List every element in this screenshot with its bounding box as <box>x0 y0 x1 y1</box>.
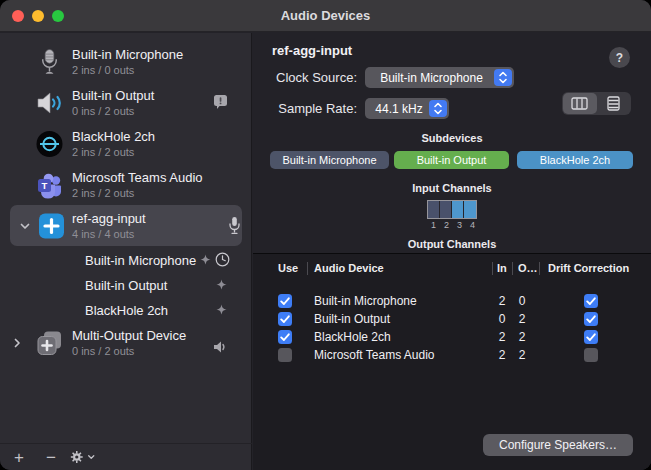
drift-checkbox[interactable] <box>584 294 598 308</box>
device-channels: 0 ins / 2 outs <box>72 104 154 118</box>
microphone-input-icon <box>228 216 241 235</box>
use-checkbox[interactable] <box>278 330 292 344</box>
traffic-lights <box>12 10 64 22</box>
subdevice-pill-built-in-output[interactable]: Built-in Output <box>394 151 509 169</box>
device-channels: 4 ins / 4 outs <box>72 227 146 241</box>
sample-rate-popup[interactable]: 44.1 kHz <box>365 98 449 119</box>
channel-cell-4 <box>464 201 476 218</box>
row-device-name: BlackHole 2ch <box>314 330 391 344</box>
blackhole-device-icon <box>36 130 63 157</box>
close-button[interactable] <box>12 10 24 22</box>
col-use: Use <box>278 262 298 274</box>
channel-cell-1 <box>428 201 440 218</box>
microphone-device-icon <box>36 48 63 75</box>
table-row[interactable]: Built-in Output 0 2 <box>253 310 651 328</box>
channel-cell-2 <box>440 201 452 218</box>
column-divider <box>492 262 493 275</box>
device-sidebar: Built-in Microphone 2 ins / 0 outs Built… <box>0 33 252 470</box>
channel-number: 2 <box>440 220 453 230</box>
sidebar-item-built-in-microphone[interactable]: Built-in Microphone 2 ins / 0 outs <box>0 41 252 82</box>
row-in-count: 2 <box>493 294 511 308</box>
device-name: Multi-Output Device <box>72 327 186 344</box>
help-button[interactable]: ? <box>609 47 630 68</box>
subdevice-pill-built-in-microphone[interactable]: Built-in Microphone <box>270 151 389 169</box>
row-device-name: Built-in Output <box>314 312 390 326</box>
device-name: Microsoft Teams Audio <box>72 169 203 186</box>
table-row[interactable]: BlackHole 2ch 2 2 <box>253 328 651 346</box>
use-checkbox[interactable] <box>278 348 292 362</box>
clock-source-popup[interactable]: Built-in Microphone <box>365 67 514 88</box>
speaker-device-icon <box>36 89 63 116</box>
subdevice-name: Built-in Microphone <box>85 252 196 267</box>
subdevice-row-blackhole-2ch[interactable]: BlackHole 2ch <box>0 297 252 322</box>
channel-cell-3 <box>452 201 464 218</box>
columns-view-button[interactable] <box>563 93 597 114</box>
device-name: Built-in Output <box>72 87 154 104</box>
device-name: BlackHole 2ch <box>72 128 155 145</box>
table-row[interactable]: Microsoft Teams Audio 2 2 <box>253 346 651 364</box>
alert-bubble-icon <box>213 94 228 111</box>
drift-checkbox[interactable] <box>584 348 598 362</box>
chevron-down-icon <box>87 452 95 462</box>
minimize-button[interactable] <box>32 10 44 22</box>
configure-speakers-button[interactable]: Configure Speakers… <box>483 434 633 456</box>
use-checkbox[interactable] <box>278 312 292 326</box>
row-device-name: Built-in Microphone <box>314 294 417 308</box>
sidebar-item-microsoft-teams-audio[interactable]: T Microsoft Teams Audio 2 ins / 2 outs <box>0 164 252 205</box>
zoom-button[interactable] <box>52 10 64 22</box>
remove-device-button[interactable]: − <box>40 449 62 466</box>
device-name: ref-agg-input <box>72 210 146 227</box>
input-channels-heading: Input Channels <box>253 182 651 194</box>
gear-icon <box>70 449 84 465</box>
sidebar-item-blackhole-2ch[interactable]: BlackHole 2ch 2 ins / 2 outs <box>0 123 252 164</box>
row-out-count: 0 <box>513 294 531 308</box>
row-out-count: 2 <box>513 348 531 362</box>
subdevices-heading: Subdevices <box>253 132 651 144</box>
titlebar: Audio Devices <box>0 0 651 32</box>
subdevice-pill-blackhole-2ch[interactable]: BlackHole 2ch <box>517 151 633 169</box>
subdevice-name: BlackHole 2ch <box>85 302 168 317</box>
drift-spark-icon <box>215 303 228 316</box>
clock-source-icon <box>215 252 230 267</box>
drift-checkbox[interactable] <box>584 312 598 326</box>
channel-number: 3 <box>453 220 466 230</box>
chevron-down-icon[interactable] <box>18 219 32 233</box>
subdevice-name: Built-in Output <box>85 277 167 292</box>
device-channels: 2 ins / 2 outs <box>72 145 155 159</box>
col-out: O… <box>518 262 538 274</box>
table-row[interactable]: Built-in Microphone 2 0 <box>253 292 651 310</box>
row-device-name: Microsoft Teams Audio <box>314 348 435 362</box>
drift-spark-icon <box>199 253 212 266</box>
clock-source-value: Built-in Microphone <box>365 71 494 85</box>
sidebar-toolbar: + − <box>0 443 252 470</box>
chevron-right-icon[interactable] <box>10 336 24 350</box>
teams-device-icon: T <box>36 171 63 198</box>
column-divider <box>512 262 513 275</box>
drift-spark-icon <box>215 278 228 291</box>
list-view-button[interactable] <box>597 93 631 114</box>
subdevice-row-built-in-microphone[interactable]: Built-in Microphone <box>0 247 252 272</box>
column-divider <box>539 262 540 275</box>
add-device-button[interactable]: + <box>8 449 30 466</box>
sample-rate-value: 44.1 kHz <box>365 102 429 116</box>
channel-number: 1 <box>427 220 440 230</box>
list-view-icon <box>607 96 620 111</box>
popup-chevrons-icon <box>429 100 447 117</box>
page-title: ref-agg-input <box>272 43 352 58</box>
row-out-count: 2 <box>513 312 531 326</box>
device-channels: 2 ins / 2 outs <box>72 186 203 200</box>
gear-menu-button[interactable] <box>70 449 96 465</box>
subdevice-row-built-in-output[interactable]: Built-in Output <box>0 272 252 297</box>
output-channels-heading: Output Channels <box>253 238 651 250</box>
col-in: In <box>497 262 507 274</box>
row-in-count: 2 <box>493 330 511 344</box>
use-checkbox[interactable] <box>278 294 292 308</box>
sidebar-item-multi-output-device[interactable]: Multi-Output Device 0 ins / 2 outs <box>0 322 252 363</box>
drift-checkbox[interactable] <box>584 330 598 344</box>
window-title: Audio Devices <box>281 8 371 23</box>
sidebar-item-built-in-output[interactable]: Built-in Output 0 ins / 2 outs <box>0 82 252 123</box>
multi-output-device-icon <box>36 329 63 356</box>
columns-view-icon <box>571 97 588 110</box>
sidebar-item-ref-agg-input[interactable]: ref-agg-input 4 ins / 4 outs <box>10 205 242 246</box>
device-channels: 0 ins / 2 outs <box>72 344 186 358</box>
